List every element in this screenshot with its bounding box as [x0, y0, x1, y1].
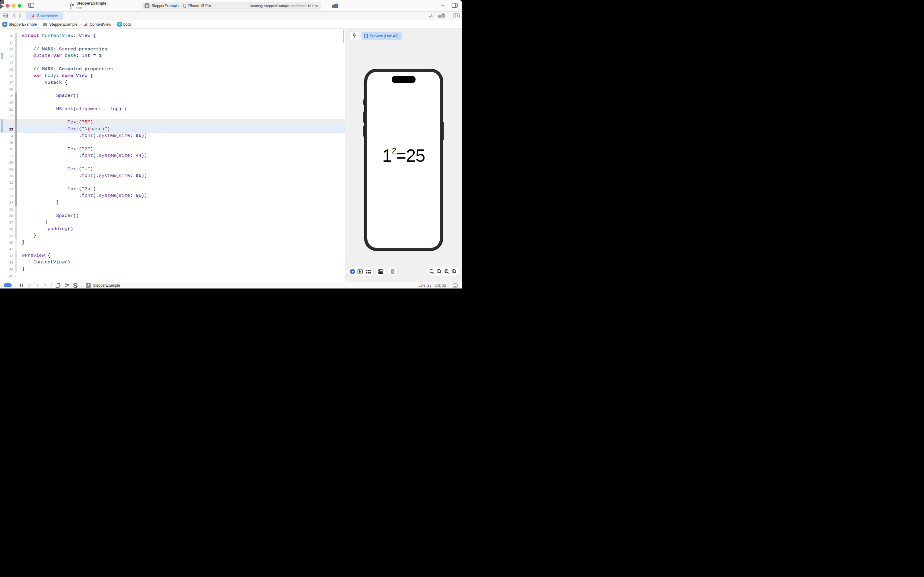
line-number: 23 — [0, 127, 15, 131]
navigate-back-icon[interactable] — [13, 13, 16, 18]
code-line-15[interactable]: 15 // MARK: Computed properties — [0, 66, 345, 73]
code-line-17[interactable]: 17 VStack { — [0, 79, 345, 86]
line-number: 43 — [0, 261, 15, 264]
breadcrumb-separator: › — [80, 23, 81, 26]
code-line-ghost[interactable]: Text("5") — [0, 119, 345, 126]
editor-layout-icon[interactable] — [452, 283, 458, 288]
code-line-32[interactable]: 32 Text("25") — [0, 186, 345, 193]
zoom-window-button[interactable] — [18, 4, 21, 8]
code-line-29[interactable]: 29 Text("=") — [0, 166, 345, 172]
code-text: .font(.system(size: 96)) — [17, 172, 147, 179]
phone-screen[interactable]: 1 2 = 25 — [367, 72, 440, 248]
code-text: Spacer() — [17, 93, 79, 99]
zoom-fit-icon[interactable] — [444, 269, 449, 274]
code-line-27[interactable]: 27 .font(.system(size: 44)) — [0, 153, 345, 159]
zoom-100-icon[interactable]: 1 — [437, 269, 442, 274]
environment-overrides-icon[interactable] — [73, 283, 77, 288]
code-line-20[interactable]: 20 — [0, 99, 345, 106]
breadcrumb-group[interactable]: StepperExample — [43, 22, 77, 27]
source-editor[interactable]: 10struct ContentView: View {1112 // MARK… — [0, 29, 345, 282]
window-title: StepperExample main — [76, 1, 106, 9]
code-line-25[interactable]: 25 — [0, 139, 345, 146]
breadcrumb-project[interactable]: A StepperExample — [2, 22, 37, 27]
preview-device-button[interactable] — [388, 268, 397, 276]
minimap-options-icon[interactable] — [438, 13, 444, 18]
code-line-40[interactable]: 40} — [0, 239, 345, 246]
line-number: 21 — [0, 108, 15, 111]
code-line-34[interactable]: 34 } — [0, 199, 345, 206]
code-line-21[interactable]: 21 HStack(alignment: .top) { — [0, 106, 345, 113]
code-line-37[interactable]: 37 } — [0, 219, 345, 226]
project-icon: A — [2, 22, 7, 27]
cursor-position: Line: 23 Col: 32 — [418, 283, 446, 288]
pin-preview-button[interactable] — [349, 32, 359, 40]
swap-editor-icon[interactable] — [428, 14, 434, 18]
destination-label[interactable]: iPhone 15 Pro — [188, 4, 211, 8]
add-button[interactable]: + — [441, 2, 444, 9]
run-button[interactable] — [0, 4, 4, 9]
code-line-35[interactable]: 35 — [0, 206, 345, 213]
destination-phone-icon — [184, 4, 186, 8]
code-text: .font(.system(size: 96)) — [17, 193, 147, 199]
code-line-33[interactable]: 33 .font(.system(size: 96)) — [0, 193, 345, 199]
breakpoints-toggle[interactable] — [4, 283, 11, 287]
code-line-28[interactable]: 28 — [0, 159, 345, 166]
code-line-41[interactable]: 41 — [0, 246, 345, 253]
tab-overview-icon[interactable] — [3, 13, 8, 18]
code-line-24[interactable]: 24 .font(.system(size: 96)) — [0, 133, 345, 139]
code-line-13[interactable]: 13 @State var base: Int = 1 — [0, 53, 345, 59]
code-line-42[interactable]: 42#Preview { — [0, 253, 345, 259]
tab-contentview[interactable]: ContentView — [26, 11, 63, 20]
line-number: 12 — [0, 47, 15, 51]
code-line-44[interactable]: 44} — [0, 266, 345, 272]
running-app[interactable]: A StepperExample — [86, 283, 120, 288]
code-line-36[interactable]: 36 Spacer() — [0, 213, 345, 219]
add-editor-icon[interactable] — [454, 13, 460, 18]
code-line-18[interactable]: 18 — [0, 86, 345, 93]
breadcrumb-label[interactable]: StepperExample — [49, 22, 77, 27]
right-sidebar-toggle-icon[interactable] — [452, 3, 458, 8]
pause-icon[interactable] — [20, 283, 23, 287]
code-line-12[interactable]: 12 // MARK: Stored properties — [0, 46, 345, 53]
activity-status-pill[interactable]: A StepperExample › iPhone 15 Pro Running… — [142, 2, 321, 10]
code-line-19[interactable]: 19 Spacer() — [0, 93, 345, 99]
breadcrumb-label[interactable]: StepperExample — [8, 22, 37, 27]
code-line-26[interactable]: 26 Text("2") — [0, 146, 345, 153]
minimize-window-button[interactable] — [11, 4, 15, 8]
scheme-project-label[interactable]: StepperExample — [151, 4, 179, 8]
device-settings-button[interactable] — [376, 268, 386, 276]
zoom-in-icon[interactable] — [452, 269, 457, 274]
code-line-11[interactable]: 11 — [0, 39, 345, 46]
code-line-10[interactable]: 10struct ContentView: View { — [0, 33, 345, 39]
breadcrumb-symbol[interactable]: P body — [118, 22, 132, 27]
code-line-31[interactable]: 31 — [0, 179, 345, 186]
code-line-45[interactable]: 45 — [0, 272, 345, 279]
code-line-43[interactable]: 43 ContentView() — [0, 259, 345, 266]
breadcrumb-label[interactable]: body — [124, 22, 132, 27]
code-line-16[interactable]: 16 var body: some View { — [0, 73, 345, 79]
stop-button[interactable] — [0, 0, 4, 4]
code-line-22[interactable]: 22 — [0, 113, 345, 119]
line-number: 45 — [0, 274, 15, 278]
code-line-39[interactable]: 39 } — [0, 232, 345, 239]
code-line-23[interactable]: 23 Text("\(base)") — [0, 126, 345, 133]
line-number: 39 — [0, 234, 15, 238]
navigate-forward-icon[interactable] — [18, 13, 21, 18]
dynamic-island — [392, 76, 415, 83]
line-number: 22 — [0, 114, 15, 118]
memory-graph-icon[interactable] — [64, 283, 69, 288]
breadcrumb-label[interactable]: ContentView — [90, 22, 111, 27]
view-hierarchy-icon[interactable] — [56, 283, 61, 288]
variants-mode-icon[interactable] — [365, 269, 371, 274]
breadcrumb-file[interactable]: ContentView — [84, 22, 111, 27]
code-line-30[interactable]: 30 .font(.system(size: 96)) — [0, 172, 345, 179]
zoom-out-icon[interactable] — [429, 269, 435, 274]
editor-scrollbar[interactable] — [343, 30, 344, 43]
left-sidebar-toggle-icon[interactable] — [28, 3, 34, 8]
code-line-38[interactable]: 38 .padding() — [0, 226, 345, 232]
live-preview-button[interactable] — [350, 269, 355, 274]
code-line-14[interactable]: 14 — [0, 59, 345, 66]
close-window-button[interactable] — [5, 4, 9, 8]
preview-line-button[interactable]: Preview (Line 42) — [361, 32, 402, 40]
selectable-mode-icon[interactable] — [357, 269, 363, 274]
